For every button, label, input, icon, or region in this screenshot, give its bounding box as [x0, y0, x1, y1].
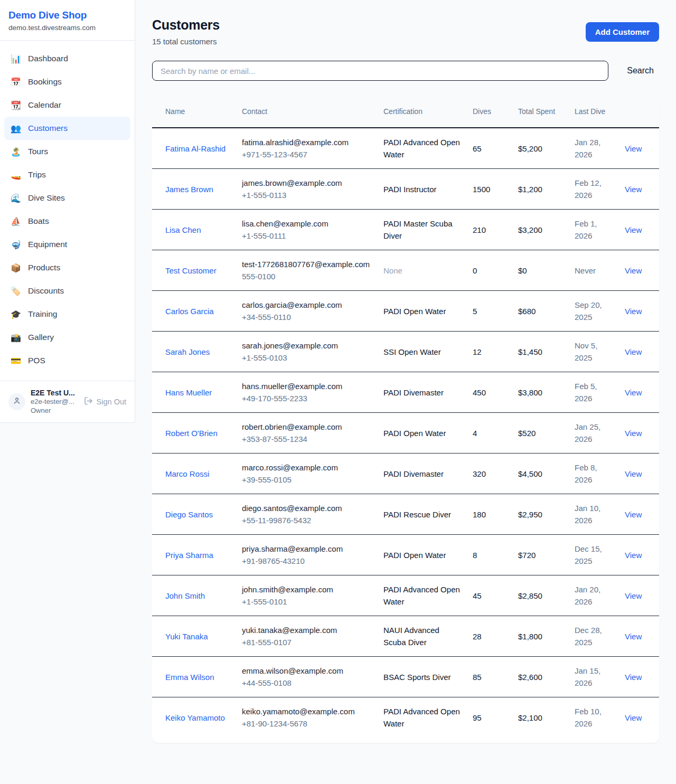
- customer-certification: PADI Rescue Diver: [377, 494, 466, 535]
- customer-dives: 85: [466, 657, 512, 697]
- table-row: Priya Sharma priya.sharma@example.com +9…: [152, 535, 659, 575]
- table-row: James Brown james.brown@example.com +1-5…: [152, 169, 659, 210]
- nav-icon: 📦: [11, 263, 21, 273]
- user-icon: [13, 396, 21, 407]
- customer-name-link[interactable]: James Brown: [165, 183, 213, 195]
- customer-name-link[interactable]: Priya Sharma: [165, 549, 213, 561]
- customer-name-link[interactable]: Keiko Yamamoto: [165, 712, 225, 724]
- customer-total-spent: $1,200: [512, 169, 568, 210]
- customer-certification: None: [377, 250, 466, 291]
- customer-last-dive: Jan 20, 2026: [568, 575, 618, 616]
- customer-email: marco.rossi@example.com: [242, 461, 371, 474]
- view-link[interactable]: View: [625, 388, 642, 397]
- sidebar-item-label: Boats: [28, 216, 49, 226]
- customer-phone: +971-55-123-4567: [242, 148, 371, 160]
- customer-certification: PADI Open Water: [377, 291, 466, 332]
- customer-name-link[interactable]: Test Customer: [165, 265, 217, 277]
- view-link[interactable]: View: [625, 551, 642, 560]
- view-link[interactable]: View: [625, 591, 642, 600]
- customer-email: keiko.yamamoto@example.com: [242, 705, 371, 717]
- sidebar-item-discounts[interactable]: 🏷️ Discounts: [4, 279, 130, 303]
- view-link[interactable]: View: [625, 510, 642, 519]
- sidebar-item-dashboard[interactable]: 📊 Dashboard: [4, 47, 130, 70]
- view-link[interactable]: View: [625, 225, 642, 234]
- customer-email: john.smith@example.com: [242, 583, 371, 596]
- table-row: Emma Wilson emma.wilson@example.com +44-…: [152, 657, 659, 697]
- customer-name-link[interactable]: Emma Wilson: [165, 671, 214, 683]
- sidebar-item-tours[interactable]: 🏝️ Tours: [4, 140, 130, 163]
- sidebar-item-equipment[interactable]: 🤿 Equipment: [4, 233, 130, 256]
- user-meta: E2E Test U... e2e-tester@... Owner: [31, 389, 79, 415]
- customer-dives: 210: [466, 210, 512, 250]
- sidebar-item-boats[interactable]: ⛵ Boats: [4, 210, 130, 233]
- sidebar-item-training[interactable]: 🎓 Training: [4, 303, 130, 326]
- customer-name-link[interactable]: Carlos Garcia: [165, 305, 214, 317]
- sidebar-item-products[interactable]: 📦 Products: [4, 256, 130, 279]
- table-row: Fatima Al-Rashid fatima.alrashid@example…: [152, 128, 659, 169]
- customer-name-link[interactable]: Sarah Jones: [165, 346, 210, 358]
- customer-email: carlos.garcia@example.com: [242, 299, 371, 311]
- customer-name-link[interactable]: Marco Rossi: [165, 468, 209, 480]
- customer-dives: 4: [466, 413, 512, 454]
- view-link[interactable]: View: [625, 144, 642, 153]
- sidebar-item-label: Trips: [28, 170, 46, 180]
- sidebar-item-label: Dashboard: [28, 54, 68, 63]
- sign-out-button[interactable]: Sign Out: [84, 396, 126, 407]
- sidebar-item-label: Customers: [28, 124, 68, 133]
- sidebar-item-calendar[interactable]: 📆 Calendar: [4, 93, 130, 117]
- customer-dives: 95: [466, 697, 512, 738]
- customer-certification: PADI Advanced Open Water: [377, 128, 466, 169]
- customer-email: emma.wilson@example.com: [242, 665, 371, 677]
- customer-name-link[interactable]: Yuki Tanaka: [165, 630, 208, 643]
- customer-email: yuki.tanaka@example.com: [242, 624, 371, 636]
- nav-icon: 📸: [11, 333, 21, 343]
- table-row: Lisa Chen lisa.chen@example.com +1-555-0…: [152, 210, 659, 250]
- view-link[interactable]: View: [625, 347, 642, 356]
- customer-last-dive: Dec 15, 2025: [568, 535, 618, 575]
- view-link[interactable]: View: [625, 307, 642, 316]
- customer-dives: 450: [466, 372, 512, 413]
- nav-icon: 💳: [11, 356, 21, 366]
- customer-dives: 65: [466, 128, 512, 169]
- customer-name-link[interactable]: Diego Santos: [165, 508, 213, 521]
- avatar: [8, 393, 25, 410]
- customer-name-link[interactable]: Lisa Chen: [165, 224, 201, 236]
- view-link[interactable]: View: [625, 185, 642, 194]
- customer-name-link[interactable]: Robert O'Brien: [165, 427, 218, 439]
- customer-total-spent: $720: [512, 535, 568, 575]
- sidebar-item-customers[interactable]: 👥 Customers: [4, 117, 130, 140]
- shop-name: Demo Dive Shop: [8, 10, 126, 21]
- customer-total-spent: $2,950: [512, 494, 568, 535]
- view-link[interactable]: View: [625, 632, 642, 641]
- search-input[interactable]: [152, 61, 608, 81]
- customer-email: diego.santos@example.com: [242, 502, 371, 514]
- sidebar-item-label: Bookings: [28, 77, 62, 87]
- customer-name-link[interactable]: Hans Mueller: [165, 386, 212, 399]
- sidebar-item-gallery[interactable]: 📸 Gallery: [4, 326, 130, 349]
- customer-dives: 1500: [466, 169, 512, 210]
- table-row: Robert O'Brien robert.obrien@example.com…: [152, 413, 659, 454]
- nav-icon: 🚤: [11, 170, 21, 180]
- view-link[interactable]: View: [625, 673, 642, 682]
- customer-last-dive: Jan 28, 2026: [568, 128, 618, 169]
- sidebar-item-dive-sites[interactable]: 🌊 Dive Sites: [4, 186, 130, 210]
- customer-certification: PADI Divemaster: [377, 454, 466, 494]
- sidebar-item-bookings[interactable]: 📅 Bookings: [4, 70, 130, 93]
- view-link[interactable]: View: [625, 713, 642, 722]
- sidebar-item-trips[interactable]: 🚤 Trips: [4, 163, 130, 186]
- customer-phone: +55-11-99876-5432: [242, 514, 371, 526]
- customer-total-spent: $4,500: [512, 454, 568, 494]
- add-customer-button[interactable]: Add Customer: [586, 22, 659, 42]
- view-link[interactable]: View: [625, 266, 642, 275]
- customer-phone: +1-555-0111: [242, 230, 371, 242]
- view-link[interactable]: View: [625, 429, 642, 438]
- customer-certification: PADI Divemaster: [377, 372, 466, 413]
- customer-name-link[interactable]: John Smith: [165, 590, 205, 602]
- column-header: [618, 95, 659, 128]
- sidebar-item-pos[interactable]: 💳 POS: [4, 349, 130, 372]
- sidebar-item-label: POS: [28, 356, 45, 365]
- view-link[interactable]: View: [625, 469, 642, 478]
- search-button[interactable]: Search: [622, 66, 659, 75]
- table-row: Marco Rossi marco.rossi@example.com +39-…: [152, 454, 659, 494]
- customer-name-link[interactable]: Fatima Al-Rashid: [165, 143, 226, 155]
